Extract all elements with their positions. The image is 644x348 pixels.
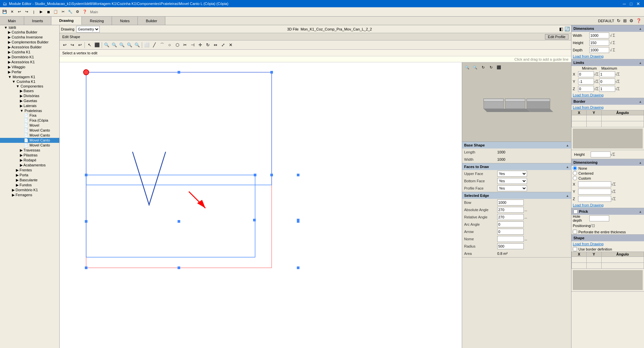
dim-collapse[interactable]: ▲: [639, 27, 642, 30]
sidebar-item-dormitorio[interactable]: ▶ Dormitório K1: [0, 188, 59, 193]
dim-z-input[interactable]: [578, 196, 611, 202]
cut-icon[interactable]: ✂: [60, 9, 66, 15]
run-icon[interactable]: ▶: [38, 9, 44, 15]
close-button[interactable]: ✕: [635, 1, 641, 6]
limits-x-max[interactable]: [599, 71, 615, 77]
dim-z-sum[interactable]: Σ: [614, 197, 616, 201]
sidebar-item-divisorias[interactable]: ▶ Divisórias: [0, 93, 59, 98]
dim-x-sqrt[interactable]: √: [611, 182, 614, 187]
sidebar-item-movel[interactable]: 📄 Movel: [0, 123, 59, 128]
profile-face-select[interactable]: YesNo: [497, 185, 527, 191]
dim-y-input[interactable]: [578, 189, 611, 195]
tab-resizing[interactable]: Resizing: [82, 17, 112, 25]
tab-notes[interactable]: Notes: [112, 17, 138, 25]
ly-min-sqrt[interactable]: √: [594, 79, 596, 84]
lz-min-sqrt[interactable]: √: [594, 87, 596, 91]
drawing-select[interactable]: Geometry: [76, 26, 100, 32]
dim-height-input[interactable]: [589, 40, 609, 46]
dim-load-drawing2[interactable]: Load from Drawing: [573, 203, 604, 207]
extend-icon[interactable]: ⊣: [189, 41, 196, 49]
sidebar-item-acessorios-k1[interactable]: ▶ Acessórios K1: [0, 60, 59, 65]
canvas-area[interactable]: [60, 62, 462, 348]
hole-depth-input[interactable]: [589, 215, 609, 221]
limits-z-min[interactable]: [578, 86, 594, 92]
dim-x-sum[interactable]: Σ: [614, 182, 616, 187]
limits-y-max[interactable]: [599, 79, 615, 85]
lz-max-sqrt[interactable]: √: [615, 87, 617, 91]
settings-icon[interactable]: ⚙: [74, 9, 81, 15]
prev-rotate2-icon[interactable]: ↻: [487, 64, 495, 71]
width-sum-icon[interactable]: Σ: [613, 33, 615, 38]
arrow-input[interactable]: [497, 229, 524, 235]
cursor-icon[interactable]: ↖: [86, 41, 93, 49]
mirror-icon[interactable]: ⇔: [212, 41, 219, 49]
redo-draw-icon[interactable]: ↪: [69, 41, 76, 49]
icon-left1[interactable]: ◧: [559, 27, 563, 31]
minimize-button[interactable]: ─: [621, 1, 627, 6]
dim-x-input[interactable]: [578, 181, 611, 187]
edit-profile-button[interactable]: Edit Profile: [545, 34, 568, 39]
radio-none-input[interactable]: [573, 166, 577, 170]
sidebar-item-villaggio[interactable]: ▶ Villaggio: [0, 65, 59, 70]
depth-sum-icon[interactable]: Σ: [613, 48, 615, 52]
prev-options-icon[interactable]: ⬛: [495, 64, 503, 71]
dim-y-sqrt[interactable]: √: [611, 189, 614, 194]
scale-icon[interactable]: ⤢: [219, 41, 227, 49]
use-border-checkbox[interactable]: [573, 247, 577, 251]
sidebar-item-perfar[interactable]: ▶ Perfar: [0, 70, 59, 75]
sidebar-item-montagem-k1[interactable]: ▼ Montagem K1: [0, 75, 59, 79]
sidebar-item-movel-canto-selected[interactable]: 📄 Movel Canto: [0, 138, 59, 143]
lz-min-sum[interactable]: Σ: [596, 87, 599, 91]
radio-custom-input[interactable]: [573, 176, 577, 180]
sidebar-item-cozinha-k1-2[interactable]: ▼ Cozinha K1: [0, 79, 59, 84]
radius-input[interactable]: [497, 243, 524, 249]
zoom-all-icon[interactable]: 🔍: [134, 41, 141, 49]
sidebar-item-gavetas[interactable]: ▶ Gavetas: [0, 98, 59, 103]
dim-y-sum[interactable]: Σ: [614, 189, 616, 194]
shape-load-drawing[interactable]: Load from Drawing: [573, 242, 604, 246]
prick-checkbox[interactable]: [573, 209, 578, 214]
undo-icon[interactable]: ↩: [16, 9, 23, 15]
copy-icon[interactable]: 📋: [52, 9, 59, 15]
border-load-drawing[interactable]: Load from Drawing: [573, 105, 604, 109]
prev-zoom2-icon[interactable]: 🔍: [471, 64, 479, 71]
tab-inserts[interactable]: Inserts: [24, 17, 51, 25]
ly-min-sum[interactable]: Σ: [596, 79, 599, 84]
height-sum-icon[interactable]: Σ: [613, 152, 615, 157]
bottom-face-select[interactable]: YesNo: [497, 178, 527, 184]
move-icon[interactable]: ✛: [196, 41, 204, 49]
dimensioning-collapse[interactable]: ▲: [639, 161, 642, 164]
zoom-fit-icon[interactable]: 🔍: [118, 41, 126, 49]
sidebar-item-bases[interactable]: ▶ Bases: [0, 88, 59, 93]
sidebar-item-dormitorio-k1[interactable]: ▶ Dormitório K1: [0, 55, 59, 60]
bow-input[interactable]: [497, 200, 524, 205]
help2-icon[interactable]: ❓: [636, 18, 641, 23]
lx-min-sum[interactable]: Σ: [596, 72, 599, 77]
nome-input[interactable]: [497, 236, 524, 242]
abs-angle-input[interactable]: [497, 207, 524, 213]
sidebar-item-cozinha-inversione[interactable]: ▶ Cozinha Inversione: [0, 35, 59, 40]
select-icon[interactable]: ⬛: [93, 41, 101, 49]
sidebar-item-cozinha-k1[interactable]: ▶ Cozinha K1: [0, 50, 59, 55]
sidebar-item-rodape[interactable]: ▶ Rodapé: [0, 158, 59, 163]
grid-icon[interactable]: ⊞: [623, 18, 627, 23]
undo-draw-icon[interactable]: ↩: [61, 41, 68, 49]
prev-zoom-icon[interactable]: 🔍: [463, 64, 471, 71]
sidebar-item-cozinha-builder[interactable]: ▶ Cozinha Builder: [0, 30, 59, 35]
close-icon[interactable]: ✕: [9, 9, 15, 15]
radio-centered-input[interactable]: [573, 171, 577, 175]
dim-width-input[interactable]: [589, 32, 609, 38]
draw-line-icon[interactable]: ╱: [151, 41, 158, 49]
upper-face-select[interactable]: YesNo: [497, 171, 527, 177]
ly-max-sum[interactable]: Σ: [617, 79, 620, 84]
sidebar-item-laterais[interactable]: ▶ Laterais: [0, 103, 59, 108]
dim-z-sqrt[interactable]: √: [611, 197, 614, 201]
base-shape-collapse[interactable]: ▲: [566, 144, 569, 147]
tab-main[interactable]: Main: [0, 17, 24, 25]
sidebar-item-fixa[interactable]: 📄 Fixa: [0, 113, 59, 118]
help-icon[interactable]: ❓: [81, 9, 88, 15]
sidebar-item-fundos[interactable]: ▶ Fundos: [0, 183, 59, 188]
faces-collapse[interactable]: ▲: [566, 165, 569, 169]
sidebar-item-acessorios-builder[interactable]: ▶ Acessórios Builder: [0, 45, 59, 50]
prev-rotate-icon[interactable]: ↻: [479, 64, 487, 71]
